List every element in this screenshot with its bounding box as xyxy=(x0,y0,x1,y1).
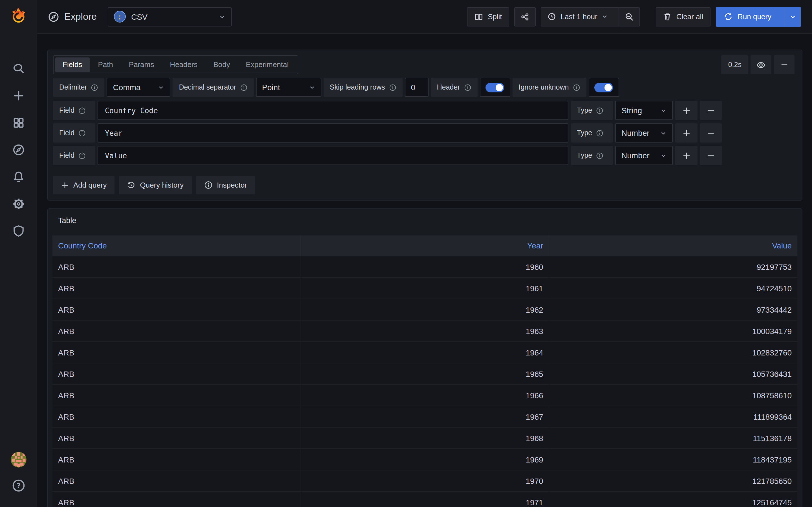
time-range-label: Last 1 hour xyxy=(561,12,598,21)
grafana-logo[interactable] xyxy=(10,7,27,24)
cell-country-code: ARB xyxy=(52,406,301,427)
cell-year: 1968 xyxy=(301,428,549,448)
remove-field-button[interactable] xyxy=(700,123,722,143)
cell-year: 1962 xyxy=(301,299,549,320)
cell-country-code: ARB xyxy=(52,278,301,298)
field-type-select[interactable]: Number xyxy=(615,146,673,165)
field-name-input[interactable] xyxy=(98,123,568,143)
topbar: Explore ; CSV Split Last 1 hour xyxy=(37,0,812,34)
field-label: Field xyxy=(53,146,95,165)
field-name-input[interactable] xyxy=(98,146,568,165)
field-row-2: Field Type Number xyxy=(53,123,795,143)
field-type-select[interactable]: String xyxy=(615,101,673,120)
clear-all-button[interactable]: Clear all xyxy=(656,7,711,26)
time-zoom-out-button[interactable] xyxy=(619,8,640,25)
explore-content: Fields Path Params Headers Body Experime… xyxy=(37,34,812,507)
add-field-button[interactable] xyxy=(675,146,698,165)
add-field-button[interactable] xyxy=(675,123,698,143)
cell-year: 1969 xyxy=(301,449,549,470)
skip-leading-rows-input[interactable] xyxy=(405,78,428,97)
cell-country-code: ARB xyxy=(52,363,301,384)
sidebar-item-explore[interactable] xyxy=(0,136,37,163)
share-button[interactable] xyxy=(515,7,536,26)
tab-experimental[interactable]: Experimental xyxy=(239,57,296,72)
cell-country-code: ARB xyxy=(52,342,301,363)
compass-icon xyxy=(12,144,24,156)
run-query-dropdown[interactable] xyxy=(784,6,801,27)
info-icon xyxy=(79,129,86,136)
eye-icon xyxy=(756,60,766,69)
inspector-button[interactable]: Inspector xyxy=(196,176,255,194)
datasource-name: CSV xyxy=(131,12,213,21)
remove-field-button[interactable] xyxy=(700,146,722,165)
field-label: Field xyxy=(53,101,95,120)
cell-value: 111899364 xyxy=(550,406,797,427)
table-row: ARB 1961 94724510 xyxy=(52,277,797,298)
sidebar-item-dashboards[interactable] xyxy=(0,109,37,136)
minus-icon xyxy=(707,106,715,115)
clock-icon xyxy=(548,12,556,21)
sidebar-item-create[interactable] xyxy=(0,82,37,109)
cell-year: 1960 xyxy=(301,256,549,277)
sidebar-item-search[interactable] xyxy=(0,55,37,82)
cell-year: 1961 xyxy=(301,278,549,298)
chevron-down-icon xyxy=(158,84,164,91)
header-toggle[interactable] xyxy=(479,78,510,97)
sidebar-item-alerting[interactable] xyxy=(0,163,37,190)
table-row: ARB 1968 115136178 xyxy=(52,427,797,448)
cell-value: 92197753 xyxy=(550,256,797,277)
table-panel-title: Table xyxy=(48,211,802,230)
field-name-input[interactable] xyxy=(98,101,568,120)
cell-value: 108758610 xyxy=(550,385,797,406)
cell-year: 1971 xyxy=(301,492,549,507)
app: ? Explore ; CSV Split xyxy=(0,0,812,507)
time-range-picker[interactable]: Last 1 hour xyxy=(542,8,614,25)
column-header-year[interactable]: Year xyxy=(301,235,549,256)
cell-year: 1970 xyxy=(301,470,549,491)
info-icon xyxy=(79,107,86,114)
tab-params[interactable]: Params xyxy=(121,57,161,72)
query-history-button[interactable]: Query history xyxy=(119,176,192,194)
hide-response-button[interactable] xyxy=(751,55,771,74)
table-row: ARB 1963 100034179 xyxy=(52,320,797,341)
sidebar-nav xyxy=(0,55,37,244)
tab-path[interactable]: Path xyxy=(91,57,120,72)
collapse-query-button[interactable] xyxy=(774,55,795,74)
column-header-country-code[interactable]: Country Code xyxy=(52,235,301,256)
tab-fields[interactable]: Fields xyxy=(55,57,89,72)
cell-country-code: ARB xyxy=(52,428,301,448)
split-button[interactable]: Split xyxy=(467,7,509,26)
remove-field-button[interactable] xyxy=(700,101,722,120)
add-field-button[interactable] xyxy=(675,101,698,120)
sidebar-item-server-admin[interactable] xyxy=(0,217,37,244)
tab-headers[interactable]: Headers xyxy=(162,57,205,72)
csv-options-row: Delimiter Comma Decimal separator Point xyxy=(53,78,795,97)
table-row: ARB 1970 121785650 xyxy=(52,470,797,491)
info-icon xyxy=(91,83,98,91)
field-type-select[interactable]: Number xyxy=(615,123,673,143)
cell-year: 1967 xyxy=(301,406,549,427)
shield-icon xyxy=(12,225,24,237)
minus-icon xyxy=(780,61,788,69)
sidebar-item-help[interactable]: ? xyxy=(10,479,26,492)
question-circle-icon: ? xyxy=(11,479,25,492)
ignore-unknown-toggle[interactable] xyxy=(589,78,619,97)
page-title-group: Explore xyxy=(48,11,97,22)
tab-body[interactable]: Body xyxy=(206,57,238,72)
info-icon xyxy=(464,83,471,91)
sidebar-item-configuration[interactable] xyxy=(0,190,37,217)
column-header-value[interactable]: Value xyxy=(550,235,797,256)
delimiter-select[interactable]: Comma xyxy=(107,78,170,97)
decimal-separator-select[interactable]: Point xyxy=(256,78,321,97)
user-avatar[interactable] xyxy=(10,452,26,467)
magnifier-minus-icon xyxy=(625,12,634,21)
datasource-picker[interactable]: ; CSV xyxy=(107,7,232,26)
chevron-down-icon xyxy=(660,130,666,136)
add-query-button[interactable]: Add query xyxy=(53,176,115,194)
split-icon xyxy=(474,12,483,21)
run-query-button[interactable]: Run query xyxy=(716,6,801,27)
cell-year: 1963 xyxy=(301,321,549,341)
sync-icon xyxy=(724,12,732,21)
info-icon xyxy=(79,152,86,159)
table-row: ARB 1971 125164745 xyxy=(52,491,797,507)
